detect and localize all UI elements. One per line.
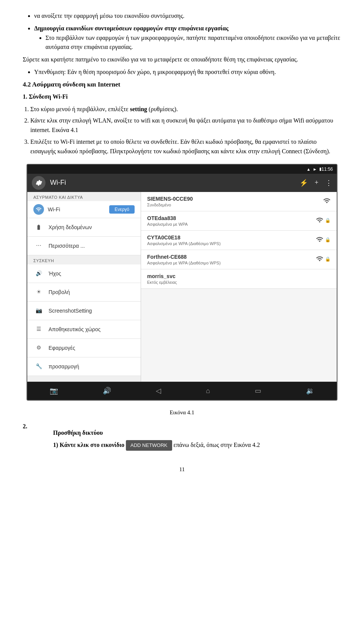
toolbar-actions: ⚡ + ⋮ [300,179,332,187]
android-body: ΑΣΥΡΜΑΤΟ ΚΑΙ ΔΙΚΤΥΑ Wi-Fi Ενεργό [27,192,337,382]
section1-sublist: Στο περιβάλλον των εφαρμογών ή των μικρο… [46,33,341,52]
section1-title-item: Δημιουργία εικονιδίων συντομεύσεων εφαρμ… [34,24,341,52]
wifi-status-icon: ► [313,167,317,171]
more-item[interactable]: ⋯ Περισσότερα ... [27,237,141,255]
network-item-morris[interactable]: morris_svc Εκτός εμβέλειας [141,269,337,289]
wifi-circle-icon [33,204,44,215]
wifi-steps-list: Στο κύριο μενού ή περιβάλλον, επιλέξτε s… [30,105,341,156]
toolbar-title: Wi-Fi [50,179,300,187]
wifi-step-1: Στο κύριο μενού ή περιβάλλον, επιλέξτε s… [30,105,341,114]
network-item-ote[interactable]: OTEdaa838 Ασφαλισμένα με WPA 🔒 [141,211,337,231]
lock-icon-ote: 🔒 [325,218,331,223]
data-usage-icon [33,222,44,233]
network-name-siemens: SIEMENS-0CCE90 [147,196,323,202]
network-status-cyta: Ασφαλισμένα με WPA (Διαθέσιμο WPS) [147,241,316,246]
network-name-forthnet: Forthnet-CE688 [147,254,316,260]
display-label: Προβολή [49,289,135,295]
network-item-forthnet[interactable]: Forthnet-CE688 Ασφαλισμένα με WPA (Διαθέ… [141,250,337,269]
screenshot-item[interactable]: 📷 ScreenshotSetting [27,302,141,320]
display-icon: ☀ [33,287,44,297]
network-name-ote: OTEdaa838 [147,215,316,221]
network-info-morris: morris_svc Εκτός εμβέλειας [147,273,331,285]
screenshot-icon: 📷 [33,305,44,316]
sound-label: Ήχος [49,271,135,277]
network-info-siemens: SIEMENS-0CCE90 Συνδεδεμένο [147,196,323,207]
lock-icon-cyta: 🔒 [325,237,331,243]
recent-nav-icon[interactable]: ▭ [255,387,261,395]
network-name-cyta: CYTA0C0E18 [147,234,316,241]
android-nav-bar: 📷 🔊 ◁ ⌂ ▭ 🔉 [27,382,337,400]
status-bar: ▲ ► ▮ 11:56 [27,165,337,174]
apps-icon: ⚙ [33,343,44,353]
wifi-toggle-item[interactable]: Wi-Fi Ενεργό [27,201,141,218]
left-panel: ΑΣΥΡΜΑΤΟ ΚΑΙ ΔΙΚΤΥΑ Wi-Fi Ενεργό [27,192,141,382]
more-label: Περισσότερα ... [49,243,135,249]
sound-icon: 🔊 [33,268,44,279]
signal-icon: ▲ [306,167,311,171]
volume-nav-icon[interactable]: 🔊 [103,387,111,395]
add-icon[interactable]: + [315,179,318,187]
more2-icon: 🔧 [33,361,44,372]
network-status-morris: Εκτός εμβέλειας [147,280,331,285]
more-options-icon[interactable]: ⋮ [325,179,332,187]
add-network-content: Προσθήκη δικτύου 1) Κάντε κλικ στο εικον… [53,423,260,454]
apps-label: Εφαρμογές [49,345,135,351]
content-area: να ανοίξετε την εφαρμογή μέσω του εικονι… [23,11,341,474]
wifi-menu-label: Wi-Fi [48,206,109,212]
add-network-step1: 1) Κάντε κλικ στο εικονίδιο ADD NETWORK … [53,440,260,451]
network-info-cyta: CYTA0C0E18 Ασφαλισμένα με WPA (Διαθέσιμο… [147,234,316,246]
section1-list: Δημιουργία εικονιδίων συντομεύσεων εφαρμ… [34,24,341,52]
hint-item: Υπενθύμιση: Εάν η θέση προορισμού δεν χώ… [34,68,341,77]
storage-icon: ☰ [33,324,44,335]
display-item[interactable]: ☀ Προβολή [27,283,141,302]
network-item-cyta[interactable]: CYTA0C0E18 Ασφαλισμένα με WPA (Διαθέσιμο… [141,231,337,250]
network-status-ote: Ασφαλισμένα με WPA [147,222,316,226]
storage-label: Αποθηκευτικός χώρος [49,326,135,332]
network-status-siemens: Συνδεδεμένο [147,203,323,207]
intro-list: να ανοίξετε την εφαρμογή μέσω του εικονι… [34,11,341,21]
network-item-siemens[interactable]: SIEMENS-0CCE90 Συνδεδεμένο [141,192,337,211]
add-network-button[interactable]: ADD NETWORK [126,440,172,451]
android-screenshot: ▲ ► ▮ 11:56 Wi-Fi ⚡ + ⋮ ΑΣΥΡ [27,164,337,401]
wifi-section-number: 1. Σύνδεση Wi-Fi [23,92,341,102]
data-usage-item[interactable]: Χρήση δεδομένων [27,218,141,237]
wifi-signal-icon-ote [316,216,323,225]
drag-text: Σύρετε και κρατήστε πατημένο το εικονίδι… [23,55,341,64]
apps-item[interactable]: ⚙ Εφαρμογές [27,339,141,357]
more-icon: ⋯ [33,241,44,251]
more2-label: προσαρμογή [49,363,135,370]
device-section-label: ΣΥΣΚΕΥΗ [27,255,141,264]
more2-item[interactable]: 🔧 προσαρμογή [27,357,141,376]
back-nav-icon[interactable]: ◁ [156,387,161,395]
storage-item[interactable]: ☰ Αποθηκευτικός χώρος [27,320,141,339]
wifi-toggle-button[interactable]: Ενεργό [109,205,135,214]
wifi-signal-icon-forthnet [316,255,323,264]
settings-gear-icon [32,176,46,190]
network-status-forthnet: Ασφαλισμένα με WPA (Διαθέσιμο WPS) [147,261,316,265]
section42-heading: 4.2 Ασύρματη σύνδεση και Internet [23,81,341,88]
app-toolbar: Wi-Fi ⚡ + ⋮ [27,174,337,192]
data-usage-label: Χρήση δεδομένων [49,224,135,230]
screenshot-label: ScreenshotSetting [49,308,135,314]
figure-caption: Εικόνα 4.1 [23,408,341,417]
section-number-2: 2. [23,423,53,430]
right-panel: SIEMENS-0CCE90 Συνδεδεμένο OTEdaa838 Ασφ… [141,192,337,382]
status-time: 11:56 [322,167,333,172]
network-name-morris: morris_svc [147,273,331,279]
intro-bullet-1: να ανοίξετε την εφαρμογή μέσω του εικονι… [34,11,341,21]
wifi-step-3: Επιλέξτε το Wi-Fi internet με το οποίο θ… [30,137,341,156]
page-number: 11 [23,465,341,474]
flash-icon[interactable]: ⚡ [300,179,308,187]
lock-icon-forthnet: 🔒 [325,256,331,262]
sound-item[interactable]: 🔊 Ήχος [27,264,141,283]
section1-bullet1: Στο περιβάλλον των εφαρμογών ή των μικρο… [46,33,341,52]
add-network-section: 2. Προσθήκη δικτύου 1) Κάντε κλικ στο ει… [23,423,341,454]
volume2-nav-icon[interactable]: 🔉 [306,387,314,395]
wifi-signal-icon-siemens [323,197,331,206]
network-info-ote: OTEdaa838 Ασφαλισμένα με WPA [147,215,316,226]
hint-list: Υπενθύμιση: Εάν η θέση προορισμού δεν χώ… [34,68,341,77]
add-network-title: Προσθήκη δικτύου [53,428,260,438]
network-info-forthnet: Forthnet-CE688 Ασφαλισμένα με WPA (Διαθέ… [147,254,316,265]
camera-nav-icon[interactable]: 📷 [50,387,58,395]
home-nav-icon[interactable]: ⌂ [206,387,210,395]
